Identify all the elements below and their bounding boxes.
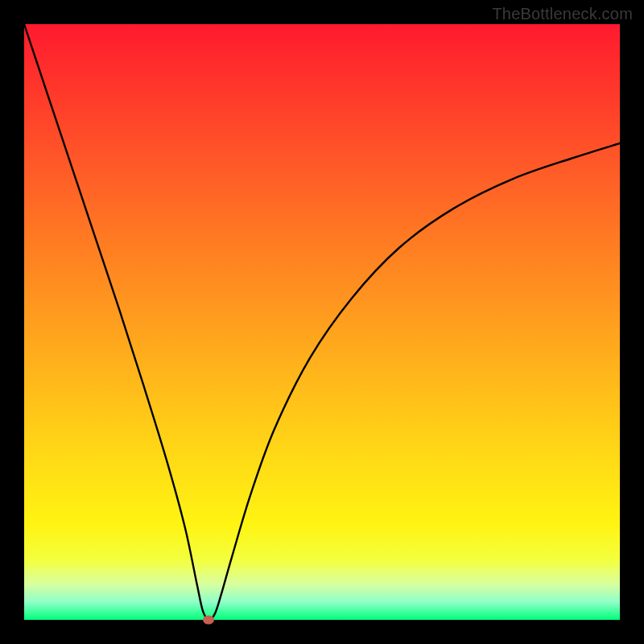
plot-area [24,24,620,620]
minimum-marker [203,616,214,625]
curve-path [24,24,620,620]
bottleneck-curve [24,24,620,620]
watermark-text: TheBottleneck.com [492,5,633,23]
chart-stage: TheBottleneck.com [0,0,644,644]
